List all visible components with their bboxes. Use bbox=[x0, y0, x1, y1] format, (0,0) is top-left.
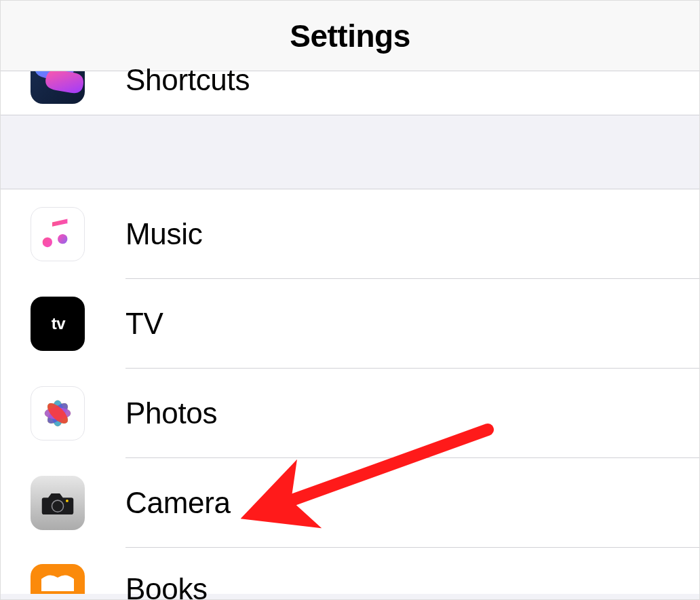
list-item-books[interactable]: Books bbox=[1, 548, 699, 594]
list-item-label: Photos bbox=[125, 396, 217, 430]
list-item-music[interactable]: Music bbox=[1, 189, 699, 279]
svg-point-9 bbox=[66, 500, 69, 502]
page-title: Settings bbox=[290, 18, 410, 54]
list-item-label: Music bbox=[125, 217, 202, 251]
music-icon bbox=[31, 207, 85, 261]
list-item-label: Books bbox=[125, 572, 208, 600]
books-icon bbox=[31, 564, 85, 594]
list-item-photos[interactable]: Photos bbox=[1, 369, 699, 458]
settings-list-section-2: Music tv TV Photos bbox=[1, 189, 699, 594]
list-item-label: TV bbox=[125, 307, 163, 341]
list-item-camera[interactable]: Camera bbox=[1, 458, 699, 548]
tv-icon: tv bbox=[31, 297, 85, 351]
shortcuts-icon bbox=[31, 71, 85, 104]
list-item-tv[interactable]: tv TV bbox=[1, 279, 699, 369]
settings-header: Settings bbox=[1, 1, 699, 71]
section-divider bbox=[1, 115, 699, 189]
list-item-label: Camera bbox=[125, 486, 231, 520]
svg-point-8 bbox=[52, 500, 63, 512]
list-item-label: Shortcuts bbox=[125, 63, 250, 97]
camera-icon bbox=[31, 476, 85, 530]
photos-icon bbox=[31, 386, 85, 440]
settings-list-section-1: Shortcuts bbox=[1, 71, 699, 115]
list-item-shortcuts[interactable]: Shortcuts bbox=[1, 71, 699, 115]
